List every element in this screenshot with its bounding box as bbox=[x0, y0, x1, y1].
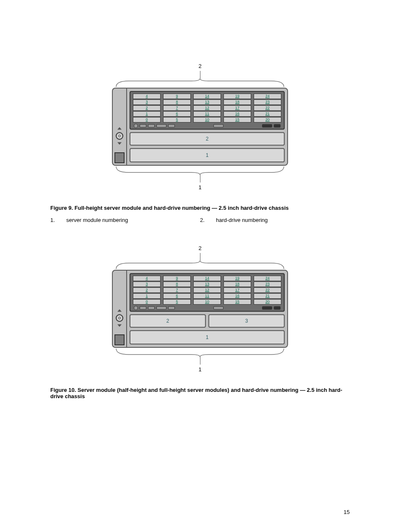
ctl-icon bbox=[262, 306, 272, 310]
ctl-icon bbox=[156, 306, 166, 310]
drive-slot: 21 bbox=[254, 293, 281, 299]
drive-slot: 23 bbox=[254, 282, 281, 287]
drive-slot: 7 bbox=[163, 105, 191, 111]
server-module: 1 bbox=[130, 330, 285, 344]
drive-slot: 9 bbox=[163, 94, 191, 99]
drive-column: 4 3 2 1 0 bbox=[133, 94, 161, 123]
power-knob-icon bbox=[116, 132, 123, 140]
side-panel-rect-icon bbox=[114, 152, 125, 163]
drive-number: 4 bbox=[145, 276, 148, 280]
callout-line bbox=[200, 71, 200, 78]
drive-number: 22 bbox=[265, 288, 270, 292]
caption-prefix: Figure 9. bbox=[50, 205, 75, 211]
drive-number: 2 bbox=[145, 288, 148, 292]
drive-number: 6 bbox=[176, 112, 178, 116]
drive-slot: 22 bbox=[254, 105, 281, 111]
legend-text: hard-drive numbering bbox=[216, 217, 268, 223]
ctl-icon bbox=[274, 306, 281, 310]
callout-bottom-number: 1 bbox=[112, 366, 288, 373]
ctl-icon bbox=[134, 306, 138, 310]
drive-slot: 0 bbox=[133, 299, 161, 305]
drive-slot: 9 bbox=[163, 276, 191, 281]
drive-number: 0 bbox=[145, 117, 148, 122]
arrow-down-icon bbox=[117, 324, 122, 327]
ctl-icon bbox=[213, 124, 223, 128]
drive-cage: 4 3 2 1 0 9 8 7 6 5 bbox=[130, 273, 285, 312]
drive-slot: 16 bbox=[223, 111, 251, 117]
drive-number: 7 bbox=[176, 288, 178, 292]
drive-column: 14 13 12 11 10 bbox=[193, 276, 221, 305]
figure-10-caption: Figure 10. Server module (half-height an… bbox=[50, 387, 350, 399]
drive-number: 15 bbox=[235, 117, 239, 122]
drive-number: 23 bbox=[265, 282, 270, 286]
drive-column: 4 3 2 1 0 bbox=[133, 276, 161, 305]
drive-columns: 4 3 2 1 0 9 8 7 6 5 bbox=[133, 94, 281, 123]
module-stack: 2 1 bbox=[130, 132, 285, 162]
drive-slot: 13 bbox=[193, 99, 221, 105]
ctl-icon bbox=[213, 306, 223, 310]
drive-number: 19 bbox=[235, 276, 239, 280]
arrow-up-icon bbox=[117, 309, 122, 312]
drive-slot: 10 bbox=[193, 299, 221, 305]
drive-number: 17 bbox=[235, 288, 239, 292]
module-number: 1 bbox=[206, 152, 209, 158]
module-row: 1 bbox=[130, 330, 285, 344]
top-brace bbox=[112, 78, 288, 88]
drive-slot: 8 bbox=[163, 99, 191, 105]
drive-number: 24 bbox=[265, 94, 270, 98]
chassis-main: 4 3 2 1 0 9 8 7 6 5 bbox=[126, 88, 288, 166]
ctl-icon bbox=[168, 124, 175, 128]
drive-number: 15 bbox=[235, 300, 239, 304]
figure-9-block: 2 bbox=[50, 63, 350, 190]
drive-number: 5 bbox=[176, 300, 178, 304]
drive-slot: 3 bbox=[133, 282, 161, 287]
drive-number: 4 bbox=[145, 94, 148, 98]
drive-number: 2 bbox=[145, 106, 148, 110]
legend-item: 1. server module numbering bbox=[50, 217, 200, 223]
drive-slot: 12 bbox=[193, 287, 221, 293]
drive-column: 9 8 7 6 5 bbox=[163, 276, 191, 305]
drive-slot: 0 bbox=[133, 117, 161, 123]
drive-number: 16 bbox=[235, 112, 239, 116]
ctl-icon bbox=[148, 124, 155, 128]
control-strip bbox=[133, 306, 281, 310]
drive-number: 5 bbox=[176, 117, 178, 122]
drive-number: 18 bbox=[235, 100, 239, 104]
side-panel-rect-icon bbox=[114, 334, 125, 345]
module-row: 1 bbox=[130, 148, 285, 162]
ctl-spacer bbox=[225, 307, 260, 309]
drive-column: 19 18 17 16 15 bbox=[223, 94, 251, 123]
drive-column: 14 13 12 11 10 bbox=[193, 94, 221, 123]
drive-slot: 4 bbox=[133, 276, 161, 281]
drive-slot: 20 bbox=[254, 117, 281, 123]
ctl-spacer bbox=[177, 125, 212, 127]
drive-columns: 4 3 2 1 0 9 8 7 6 5 bbox=[133, 276, 281, 305]
drive-slot: 11 bbox=[193, 293, 221, 299]
drive-number: 13 bbox=[205, 282, 209, 286]
caption-prefix: Figure 10. bbox=[50, 387, 78, 393]
ctl-spacer bbox=[225, 125, 260, 127]
drive-slot: 18 bbox=[223, 99, 251, 105]
figure-10-block: 2 bbox=[50, 245, 350, 373]
drive-slot: 14 bbox=[193, 276, 221, 281]
drive-slot: 6 bbox=[163, 293, 191, 299]
drive-slot: 24 bbox=[254, 94, 281, 99]
ctl-icon bbox=[274, 124, 281, 128]
drive-number: 16 bbox=[235, 294, 239, 298]
arrow-up-icon bbox=[117, 127, 122, 130]
legend-item: 2. hard-drive numbering bbox=[200, 217, 350, 223]
drive-number: 23 bbox=[265, 100, 270, 104]
callout-line bbox=[200, 175, 200, 183]
chassis-main: 4 3 2 1 0 9 8 7 6 5 bbox=[126, 270, 288, 348]
drive-slot: 22 bbox=[254, 287, 281, 293]
ctl-icon bbox=[148, 306, 155, 310]
drive-number: 12 bbox=[205, 106, 209, 110]
drive-slot: 5 bbox=[163, 299, 191, 305]
drive-number: 20 bbox=[265, 117, 270, 122]
server-module: 2 bbox=[130, 132, 285, 146]
drive-slot: 23 bbox=[254, 99, 281, 105]
legend-number: 2. bbox=[200, 217, 206, 223]
ctl-icon bbox=[134, 124, 138, 128]
drive-slot: 18 bbox=[223, 282, 251, 287]
drive-slot: 20 bbox=[254, 299, 281, 305]
